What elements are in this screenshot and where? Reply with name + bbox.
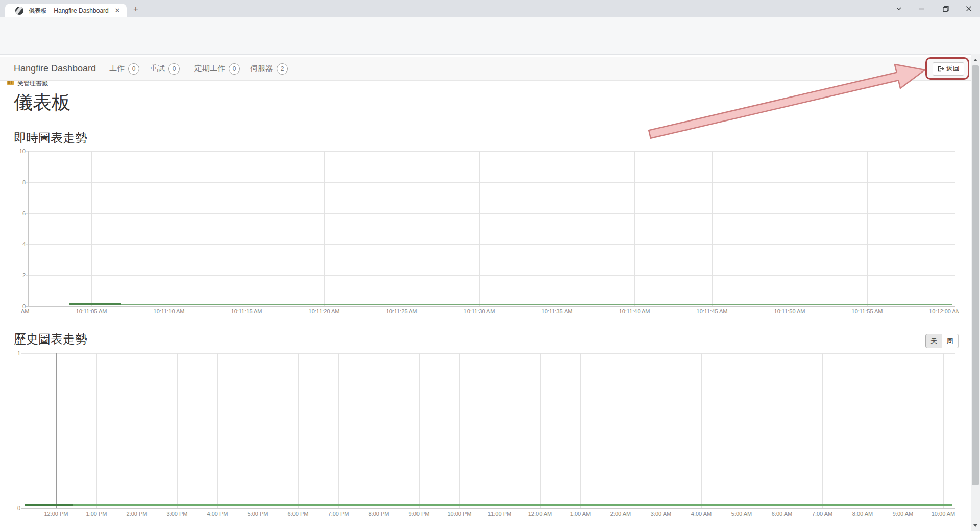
gridline-vertical: [169, 151, 169, 306]
plot-left-edge: [28, 151, 29, 306]
hangfire-brand[interactable]: Hangfire Dashboard: [14, 57, 96, 80]
gridline-vertical: [459, 353, 460, 508]
x-tick-label: 10:11:55 AM: [837, 308, 898, 315]
gridline-horizontal: [26, 213, 955, 214]
jobs-count-badge: 0: [128, 63, 139, 75]
gridline-vertical: [137, 353, 137, 508]
y-tick-label: 8: [5, 179, 26, 185]
x-tick-label: 12:00 PM: [26, 511, 87, 517]
x-tick-label: 3:00 AM: [630, 511, 692, 517]
page-scrollbar[interactable]: [971, 54, 980, 531]
nav-item-jobs[interactable]: 工作 0: [109, 57, 139, 80]
gridline-horizontal: [21, 508, 955, 509]
x-tick-label: 10:12:00 AM: [914, 308, 959, 315]
gridline-vertical: [338, 353, 339, 508]
gridline-horizontal: [26, 182, 955, 183]
x-tick-label: 5:00 PM: [227, 511, 288, 517]
series-line: [24, 504, 952, 506]
x-axis: 12:00 PM1:00 PM2:00 PM3:00 PM4:00 PM5:00…: [0, 511, 970, 518]
window-minimize-button[interactable]: [916, 3, 927, 14]
gridline-vertical: [701, 353, 702, 508]
x-tick-label: 4:00 PM: [187, 511, 248, 517]
scrollbar-down-icon[interactable]: [973, 524, 977, 527]
x-tick-label: 1:00 PM: [66, 511, 127, 517]
history-heading: 歷史圖表走勢: [14, 331, 87, 347]
gridline-vertical: [324, 151, 325, 306]
x-tick-label: 10:11:50 AM: [759, 308, 820, 315]
x-tick-label: 7:00 PM: [308, 511, 369, 517]
nav-item-retries[interactable]: 重試 0: [150, 57, 180, 80]
gridline-vertical: [56, 353, 57, 508]
realtime-heading: 即時圖表走勢: [14, 130, 87, 146]
x-tick-label: 10:11:30 AM: [449, 308, 510, 315]
nav-item-label: 重試: [150, 64, 165, 74]
gridline-vertical: [217, 353, 218, 508]
x-tick-label: 10:11:45 AM: [681, 308, 743, 315]
x-tick-label: 7:00 AM: [792, 511, 853, 517]
nav-item-label: 定期工作: [194, 64, 225, 74]
gridline-horizontal: [26, 275, 955, 276]
hangfire-navbar: [0, 57, 971, 81]
y-tick-label: 0: [5, 303, 26, 309]
y-tick-label: 2: [5, 272, 26, 278]
history-toggle-week[interactable]: 周: [942, 334, 959, 348]
gridline-vertical: [557, 151, 557, 306]
gridline-vertical: [402, 151, 402, 306]
gridline-vertical: [822, 353, 823, 508]
tab-strip: 儀表板 – Hangfire Dashboard ✕ +: [0, 0, 980, 17]
gridline-vertical: [712, 151, 713, 306]
gridline-horizontal: [26, 151, 955, 152]
x-tick-label: 2:00 AM: [590, 511, 651, 517]
scrollbar-thumb[interactable]: [972, 65, 979, 485]
x-tick-label: 2:00 PM: [106, 511, 167, 517]
browser-tab[interactable]: 儀表板 – Hangfire Dashboard ✕: [5, 4, 127, 17]
scrollbar-up-icon[interactable]: [973, 59, 977, 61]
x-tick-label: 1:00 AM: [550, 511, 611, 517]
x-tick-label: 9:00 PM: [388, 511, 450, 517]
retries-count-badge: 0: [168, 63, 180, 75]
tab-close-icon[interactable]: ✕: [113, 7, 121, 15]
x-tick-label: 4:00 AM: [671, 511, 732, 517]
gridline-horizontal: [26, 244, 955, 245]
gridline-vertical: [540, 353, 541, 508]
nav-item-recurring-jobs[interactable]: 定期工作 0: [194, 57, 240, 80]
window-close-button[interactable]: [963, 3, 974, 14]
return-button-label: 返回: [946, 64, 960, 74]
gridline-vertical: [479, 151, 480, 306]
site-favicon-icon: [15, 7, 23, 15]
x-tick-label: 8:00 PM: [348, 511, 409, 517]
divider: [14, 126, 966, 126]
series-line-dark-segment: [69, 303, 121, 305]
gridline-vertical: [742, 353, 742, 508]
gridline-vertical: [247, 151, 247, 306]
y-tick-label: 4: [5, 241, 26, 247]
gridline-vertical: [634, 151, 635, 306]
gridline-vertical: [419, 353, 420, 508]
x-tick-label: 11:00 PM: [469, 511, 530, 517]
window-restore-button[interactable]: [939, 3, 950, 14]
gridline-vertical: [91, 151, 92, 306]
new-tab-button[interactable]: +: [132, 5, 140, 13]
series-line: [69, 304, 952, 305]
gridline-vertical: [96, 353, 97, 508]
series-line-dark-segment: [24, 504, 73, 506]
history-toggle-day[interactable]: 天: [925, 334, 942, 348]
y-tick-label: 1: [0, 350, 20, 356]
gridline-vertical: [945, 151, 945, 306]
gridline-vertical: [903, 353, 903, 508]
y-tick-label: 6: [5, 210, 26, 216]
plot-right-edge: [955, 353, 955, 508]
gridline-vertical: [790, 151, 790, 306]
y-tick-label: 10: [5, 148, 26, 154]
gridline-vertical: [782, 353, 782, 508]
x-tick-label: 10:11:15 AM: [216, 308, 277, 315]
return-button[interactable]: 返回: [933, 62, 964, 76]
nav-item-label: 工作: [109, 64, 125, 74]
nav-item-servers[interactable]: 伺服器 2: [250, 57, 288, 80]
servers-count-badge: 2: [277, 63, 288, 75]
x-tick-label: 8:00 AM: [832, 511, 893, 517]
x-tick-label: 10:00 AM: [913, 511, 970, 517]
tab-search-chevron-icon[interactable]: [893, 3, 904, 14]
gridline-vertical: [298, 353, 299, 508]
bookmarks-bar: 受管理書籤: [0, 37, 980, 55]
